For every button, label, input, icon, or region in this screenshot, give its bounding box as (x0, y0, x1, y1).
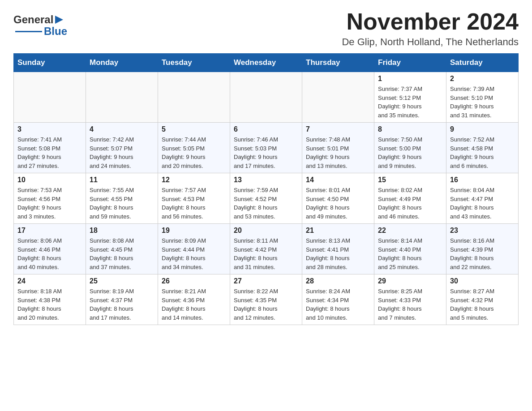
weekday-header-saturday: Saturday (446, 54, 519, 72)
calendar-cell: 30Sunrise: 8:27 AM Sunset: 4:32 PM Dayli… (446, 274, 519, 325)
calendar-cell: 13Sunrise: 7:59 AM Sunset: 4:52 PM Dayli… (230, 173, 302, 224)
calendar-cell: 17Sunrise: 8:06 AM Sunset: 4:46 PM Dayli… (14, 224, 86, 274)
day-number: 21 (306, 227, 370, 235)
day-number: 9 (450, 125, 515, 133)
logo: General Blue (13, 13, 67, 38)
calendar-cell: 21Sunrise: 8:13 AM Sunset: 4:41 PM Dayli… (302, 224, 374, 274)
day-number: 18 (90, 227, 154, 235)
day-info: Sunrise: 7:44 AM Sunset: 5:05 PM Dayligh… (162, 135, 226, 170)
weekday-header-thursday: Thursday (302, 54, 374, 72)
day-info: Sunrise: 8:21 AM Sunset: 4:36 PM Dayligh… (162, 287, 226, 322)
day-info: Sunrise: 7:46 AM Sunset: 5:03 PM Dayligh… (234, 135, 298, 170)
day-number: 8 (378, 125, 442, 133)
page-header: General Blue November 2024 De Glip, Nort… (13, 9, 519, 48)
day-info: Sunrise: 7:52 AM Sunset: 4:58 PM Dayligh… (450, 135, 515, 170)
day-number: 25 (90, 277, 154, 285)
calendar-cell: 3Sunrise: 7:41 AM Sunset: 5:08 PM Daylig… (14, 123, 86, 173)
calendar-cell: 27Sunrise: 8:22 AM Sunset: 4:35 PM Dayli… (230, 274, 302, 325)
calendar-week-row: 10Sunrise: 7:53 AM Sunset: 4:56 PM Dayli… (14, 173, 519, 224)
day-number: 10 (17, 176, 82, 184)
calendar-cell: 11Sunrise: 7:55 AM Sunset: 4:55 PM Dayli… (86, 173, 158, 224)
calendar-cell: 16Sunrise: 8:04 AM Sunset: 4:47 PM Dayli… (446, 173, 519, 224)
day-info: Sunrise: 8:14 AM Sunset: 4:40 PM Dayligh… (378, 236, 442, 271)
calendar-table: SundayMondayTuesdayWednesdayThursdayFrid… (13, 53, 519, 325)
month-title: November 2024 (342, 9, 519, 34)
day-number: 6 (234, 125, 298, 133)
day-number: 29 (378, 277, 442, 285)
calendar-cell: 24Sunrise: 8:18 AM Sunset: 4:38 PM Dayli… (14, 274, 86, 325)
day-number: 1 (378, 75, 442, 83)
svg-marker-0 (55, 16, 63, 24)
day-info: Sunrise: 8:18 AM Sunset: 4:38 PM Dayligh… (17, 287, 82, 322)
day-info: Sunrise: 8:27 AM Sunset: 4:32 PM Dayligh… (450, 287, 515, 322)
calendar-cell (14, 72, 86, 123)
calendar-cell: 28Sunrise: 8:24 AM Sunset: 4:34 PM Dayli… (302, 274, 374, 325)
calendar-week-row: 1Sunrise: 7:37 AM Sunset: 5:12 PM Daylig… (14, 72, 519, 123)
day-info: Sunrise: 7:48 AM Sunset: 5:01 PM Dayligh… (306, 135, 370, 170)
weekday-header-row: SundayMondayTuesdayWednesdayThursdayFrid… (14, 54, 519, 72)
calendar-cell: 1Sunrise: 7:37 AM Sunset: 5:12 PM Daylig… (374, 72, 446, 123)
calendar-cell: 2Sunrise: 7:39 AM Sunset: 5:10 PM Daylig… (446, 72, 519, 123)
day-info: Sunrise: 8:16 AM Sunset: 4:39 PM Dayligh… (450, 236, 515, 271)
calendar-cell: 5Sunrise: 7:44 AM Sunset: 5:05 PM Daylig… (158, 123, 230, 173)
day-number: 30 (450, 277, 515, 285)
day-number: 7 (306, 125, 370, 133)
calendar-cell: 25Sunrise: 8:19 AM Sunset: 4:37 PM Dayli… (86, 274, 158, 325)
day-number: 2 (450, 75, 515, 83)
day-info: Sunrise: 8:13 AM Sunset: 4:41 PM Dayligh… (306, 236, 370, 271)
calendar-cell: 9Sunrise: 7:52 AM Sunset: 4:58 PM Daylig… (446, 123, 519, 173)
day-number: 17 (17, 227, 82, 235)
day-info: Sunrise: 7:37 AM Sunset: 5:12 PM Dayligh… (378, 85, 442, 120)
day-number: 28 (306, 277, 370, 285)
calendar-cell (158, 72, 230, 123)
day-info: Sunrise: 7:53 AM Sunset: 4:56 PM Dayligh… (17, 186, 82, 221)
day-number: 15 (378, 176, 442, 184)
calendar-cell: 4Sunrise: 7:42 AM Sunset: 5:07 PM Daylig… (86, 123, 158, 173)
day-info: Sunrise: 8:08 AM Sunset: 4:45 PM Dayligh… (90, 236, 154, 271)
logo-blue-text: Blue (44, 25, 67, 38)
calendar-cell: 20Sunrise: 8:11 AM Sunset: 4:42 PM Dayli… (230, 224, 302, 274)
calendar-cell: 7Sunrise: 7:48 AM Sunset: 5:01 PM Daylig… (302, 123, 374, 173)
title-block: November 2024 De Glip, North Holland, Th… (342, 9, 519, 48)
day-number: 4 (90, 125, 154, 133)
day-number: 19 (162, 227, 226, 235)
calendar-cell: 29Sunrise: 8:25 AM Sunset: 4:33 PM Dayli… (374, 274, 446, 325)
calendar-cell: 15Sunrise: 8:02 AM Sunset: 4:49 PM Dayli… (374, 173, 446, 224)
calendar-week-row: 24Sunrise: 8:18 AM Sunset: 4:38 PM Dayli… (14, 274, 519, 325)
location-title: De Glip, North Holland, The Netherlands (342, 36, 519, 48)
day-info: Sunrise: 7:39 AM Sunset: 5:10 PM Dayligh… (450, 85, 515, 120)
day-info: Sunrise: 7:41 AM Sunset: 5:08 PM Dayligh… (17, 135, 82, 170)
calendar-cell: 14Sunrise: 8:01 AM Sunset: 4:50 PM Dayli… (302, 173, 374, 224)
calendar-cell: 6Sunrise: 7:46 AM Sunset: 5:03 PM Daylig… (230, 123, 302, 173)
calendar-cell: 22Sunrise: 8:14 AM Sunset: 4:40 PM Dayli… (374, 224, 446, 274)
calendar-cell: 10Sunrise: 7:53 AM Sunset: 4:56 PM Dayli… (14, 173, 86, 224)
calendar-cell: 26Sunrise: 8:21 AM Sunset: 4:36 PM Dayli… (158, 274, 230, 325)
day-number: 22 (378, 227, 442, 235)
day-number: 11 (90, 176, 154, 184)
day-number: 14 (306, 176, 370, 184)
calendar-cell (302, 72, 374, 123)
day-info: Sunrise: 7:57 AM Sunset: 4:53 PM Dayligh… (162, 186, 226, 221)
day-info: Sunrise: 8:25 AM Sunset: 4:33 PM Dayligh… (378, 287, 442, 322)
day-number: 16 (450, 176, 515, 184)
calendar-week-row: 17Sunrise: 8:06 AM Sunset: 4:46 PM Dayli… (14, 224, 519, 274)
day-info: Sunrise: 8:04 AM Sunset: 4:47 PM Dayligh… (450, 186, 515, 221)
day-info: Sunrise: 8:24 AM Sunset: 4:34 PM Dayligh… (306, 287, 370, 322)
day-number: 3 (17, 125, 82, 133)
day-info: Sunrise: 7:59 AM Sunset: 4:52 PM Dayligh… (234, 186, 298, 221)
day-info: Sunrise: 8:09 AM Sunset: 4:44 PM Dayligh… (162, 236, 226, 271)
day-info: Sunrise: 8:11 AM Sunset: 4:42 PM Dayligh… (234, 236, 298, 271)
day-number: 27 (234, 277, 298, 285)
calendar-cell (86, 72, 158, 123)
logo-flag-icon (54, 15, 64, 25)
weekday-header-friday: Friday (374, 54, 446, 72)
calendar-cell (230, 72, 302, 123)
calendar-cell: 8Sunrise: 7:50 AM Sunset: 5:00 PM Daylig… (374, 123, 446, 173)
weekday-header-wednesday: Wednesday (230, 54, 302, 72)
calendar-cell: 18Sunrise: 8:08 AM Sunset: 4:45 PM Dayli… (86, 224, 158, 274)
day-number: 23 (450, 227, 515, 235)
weekday-header-sunday: Sunday (14, 54, 86, 72)
day-info: Sunrise: 8:22 AM Sunset: 4:35 PM Dayligh… (234, 287, 298, 322)
calendar-cell: 19Sunrise: 8:09 AM Sunset: 4:44 PM Dayli… (158, 224, 230, 274)
day-number: 24 (17, 277, 82, 285)
